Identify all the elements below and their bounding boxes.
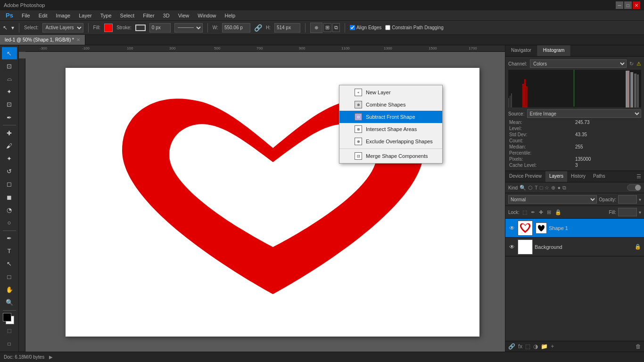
stroke-type-select[interactable]: ────── [174, 23, 203, 33]
layer-visibility-background[interactable]: 👁 [508, 243, 516, 251]
status-expand-arrow[interactable]: ▶ [49, 354, 53, 360]
link-layers-button[interactable]: 🔗 [508, 343, 515, 350]
dd-item-intersect-shape-areas[interactable]: ⊗ Intersect Shape Areas [339, 123, 442, 135]
clone-stamp-tool[interactable]: ✦ [2, 152, 17, 165]
pixel-layer-filter-icon[interactable]: 🔍 [520, 185, 526, 191]
width-input[interactable] [222, 23, 250, 33]
color-filter-icon[interactable]: ● [557, 185, 561, 190]
channel-select[interactable]: Colors [530, 59, 627, 68]
menu-3d[interactable]: 3D [159, 12, 173, 19]
fill-color-box[interactable] [104, 24, 113, 32]
move-tool[interactable]: ↖ [2, 47, 17, 59]
quick-select-tool[interactable]: ✦ [2, 86, 17, 98]
dodge-tool[interactable]: ○ [2, 216, 17, 229]
marquee-tool[interactable]: ⊡ [2, 60, 17, 72]
path-selection-tool[interactable]: ↖ [2, 258, 17, 270]
menu-type[interactable]: Type [97, 12, 116, 19]
zoom-tool[interactable]: 🔍 [2, 296, 17, 308]
adjustment-layer-filter-icon[interactable]: ⬡ [528, 185, 533, 191]
menu-window[interactable]: Window [194, 12, 220, 19]
healing-tool[interactable]: ✚ [2, 127, 17, 139]
delete-layer-button[interactable]: 🗑 [636, 343, 641, 350]
eraser-tool[interactable]: ◻ [2, 178, 17, 190]
stroke-color-box[interactable] [135, 25, 146, 31]
shape-layer-filter-icon[interactable]: □ [540, 185, 543, 190]
add-layer-button[interactable]: + [551, 343, 554, 350]
opacity-input[interactable]: 100% [618, 195, 637, 204]
tool-toggle-icon[interactable]: ▾ [11, 25, 14, 31]
dd-item-merge-shape-components[interactable]: ⊡ Merge Shape Components [339, 150, 442, 162]
document-tab[interactable]: led-1 @ 50% (Shape 1, RGB/8) * ✕ [0, 35, 85, 45]
path-arrange-button[interactable]: ⧉ [332, 23, 340, 32]
dd-item-new-layer[interactable]: + New Layer [339, 86, 442, 99]
menu-select[interactable]: Select [116, 12, 139, 19]
effect-filter-icon[interactable]: ⊕ [551, 185, 555, 191]
menu-ps[interactable]: Ps [2, 11, 17, 20]
menu-file[interactable]: File [18, 12, 34, 19]
lasso-tool[interactable]: ⌓ [2, 73, 17, 85]
eyedropper-tool[interactable]: ✒ [2, 111, 17, 123]
histogram-refresh-icon[interactable]: ↻ [629, 61, 634, 67]
shape-tool[interactable]: □ [2, 271, 17, 283]
menu-filter[interactable]: Filter [139, 12, 158, 19]
path-operations-button[interactable]: ⊕ [310, 23, 322, 33]
path-align-button[interactable]: ⊞ [323, 23, 331, 32]
smart-filter-icon[interactable]: ☆ [545, 185, 549, 191]
layers-tab[interactable]: Layers [545, 171, 567, 182]
layer-filter-toggle[interactable] [627, 184, 641, 191]
add-group-button[interactable]: 📁 [541, 343, 548, 350]
dd-item-combine-shapes[interactable]: ⊕ Combine Shapes [339, 99, 442, 111]
dd-item-exclude-overlapping[interactable]: ⊕ Exclude Overlapping Shapes [339, 135, 442, 148]
type-tool[interactable]: T [2, 245, 17, 257]
menu-view[interactable]: View [174, 12, 193, 19]
title-bar-controls[interactable]: ─ □ ✕ [616, 1, 640, 9]
layers-panel-menu-icon[interactable]: ☰ [634, 171, 644, 182]
history-tab[interactable]: History [567, 171, 589, 182]
layer-item-background[interactable]: 👁 Background 🔒 [505, 238, 644, 256]
navigator-tab[interactable]: Navigator [505, 45, 537, 56]
chain-link-icon[interactable]: 🔗 [254, 24, 262, 32]
add-mask-button[interactable]: ⬚ [525, 343, 530, 350]
menu-image[interactable]: Image [52, 12, 74, 19]
device-preview-tab[interactable]: Device Preview [505, 171, 545, 182]
maximize-button[interactable]: □ [624, 1, 632, 9]
opacity-dropdown-arrow[interactable]: ▾ [639, 197, 641, 202]
gradient-tool[interactable]: ◼ [2, 191, 17, 203]
screen-mode-button[interactable]: □ [2, 337, 17, 350]
foreground-color-swatch[interactable] [3, 313, 11, 321]
active-layers-select[interactable]: Active Layers [42, 23, 83, 33]
menu-layer[interactable]: Layer [75, 12, 96, 19]
paths-tab[interactable]: Paths [589, 171, 609, 182]
history-brush-tool[interactable]: ↺ [2, 165, 17, 178]
crop-tool[interactable]: ⊡ [2, 99, 17, 111]
minimize-button[interactable]: ─ [616, 1, 623, 9]
dd-item-subtract-front-shape[interactable]: ⊖ Subtract Front Shape [339, 111, 442, 123]
stroke-width-input[interactable] [149, 23, 171, 33]
constrain-path-checkbox[interactable] [385, 25, 390, 30]
fill-dropdown-arrow[interactable]: ▾ [639, 210, 641, 215]
pen-tool[interactable]: ✒ [2, 232, 17, 245]
type-layer-filter-icon[interactable]: T [535, 185, 538, 190]
histogram-tab[interactable]: Histogram [537, 45, 571, 56]
quick-mask-button[interactable]: ⬚ [2, 325, 17, 337]
brush-tool[interactable]: 🖌 [2, 140, 17, 152]
menu-help[interactable]: Help [221, 12, 239, 19]
canvas-container[interactable]: + New Layer ⊕ Combine Shapes ⊖ Subtract … [25, 58, 505, 352]
smart-object-filter-icon[interactable]: ⧉ [562, 185, 566, 191]
source-select[interactable]: Entire Image [527, 109, 641, 118]
lock-artboard-icon[interactable]: ⊞ [546, 209, 552, 215]
hand-tool[interactable]: ✋ [2, 283, 17, 296]
tab-close-button[interactable]: ✕ [76, 37, 80, 42]
menu-edit[interactable]: Edit [35, 12, 51, 19]
close-button[interactable]: ✕ [633, 1, 640, 9]
lock-brush-icon[interactable]: ✒ [530, 209, 536, 215]
add-adjustment-button[interactable]: ◑ [533, 343, 538, 350]
add-layer-style-button[interactable]: fx [518, 343, 522, 350]
blend-mode-select[interactable]: Normal [508, 195, 597, 204]
lock-move-icon[interactable]: ✚ [538, 209, 544, 215]
lock-all-icon[interactable]: 🔒 [554, 209, 562, 215]
layer-item-shape1[interactable]: 👁 Shape 1 [505, 219, 644, 238]
height-input[interactable] [274, 23, 300, 33]
align-edges-checkbox[interactable] [350, 25, 355, 30]
fill-input[interactable]: 100% [618, 208, 637, 216]
